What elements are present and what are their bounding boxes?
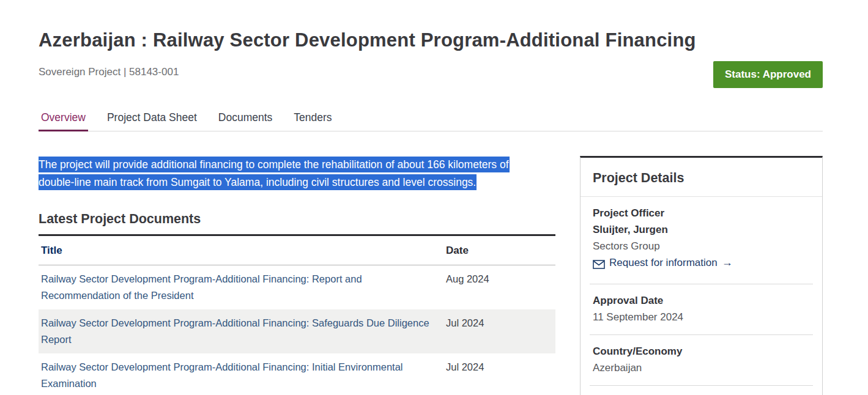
sector-section: Sector Transport xyxy=(590,385,813,395)
selected-text-highlight[interactable]: The project will provide additional fina… xyxy=(39,157,510,190)
country-economy-label: Country/Economy xyxy=(593,343,810,360)
document-link[interactable]: Railway Sector Development Program-Addit… xyxy=(41,273,362,301)
table-row: Railway Sector Development Program-Addit… xyxy=(39,309,555,353)
project-officer-group: Sectors Group xyxy=(593,238,810,254)
document-date: Aug 2024 xyxy=(443,265,555,310)
tab-documents[interactable]: Documents xyxy=(216,108,275,131)
main-column: The project will provide additional fina… xyxy=(39,156,555,395)
project-subtitle: Sovereign Project | 58143-001 xyxy=(39,66,179,78)
project-details-body: Project Officer Sluijter, Jurgen Sectors… xyxy=(581,197,822,395)
table-header-row: Title Date xyxy=(39,235,555,265)
status-badge: Status: Approved xyxy=(713,61,823,88)
project-officer-name: Sluijter, Jurgen xyxy=(593,221,810,238)
content-area: The project will provide additional fina… xyxy=(39,156,823,395)
country-economy-section: Country/Economy Azerbaijan xyxy=(590,334,813,385)
country-economy-value: Azerbaijan xyxy=(593,360,810,376)
project-description: The project will provide additional fina… xyxy=(39,156,540,191)
document-date: Jul 2024 xyxy=(443,353,555,395)
column-header-date[interactable]: Date xyxy=(443,235,555,265)
document-link[interactable]: Railway Sector Development Program-Addit… xyxy=(41,317,429,345)
project-page: Azerbaijan : Railway Sector Development … xyxy=(0,29,868,395)
approval-date-section: Approval Date 11 September 2024 xyxy=(590,284,813,334)
tab-overview[interactable]: Overview xyxy=(39,108,88,131)
tab-project-data-sheet[interactable]: Project Data Sheet xyxy=(105,108,199,131)
subtitle-row: Sovereign Project | 58143-001 Status: Ap… xyxy=(39,61,823,89)
document-date: Jul 2024 xyxy=(443,309,555,353)
project-details-card: Project Details Project Officer Sluijter… xyxy=(580,156,823,395)
table-row: Railway Sector Development Program-Addit… xyxy=(39,265,555,310)
document-link[interactable]: Railway Sector Development Program-Addit… xyxy=(41,361,403,389)
approval-date-label: Approval Date xyxy=(593,292,810,309)
tab-tenders[interactable]: Tenders xyxy=(291,108,334,131)
request-for-information-link[interactable]: Request for information → xyxy=(593,254,733,271)
project-officer-section: Project Officer Sluijter, Jurgen Sectors… xyxy=(590,197,813,284)
table-row: Railway Sector Development Program-Addit… xyxy=(39,353,555,395)
page-title: Azerbaijan : Railway Sector Development … xyxy=(39,29,823,51)
sidebar: Project Details Project Officer Sluijter… xyxy=(580,156,823,395)
column-header-title[interactable]: Title xyxy=(39,235,443,265)
request-link-label: Request for information xyxy=(609,254,718,271)
approval-date-value: 11 September 2024 xyxy=(593,309,810,325)
project-officer-label: Project Officer xyxy=(593,205,810,221)
envelope-icon xyxy=(593,258,605,268)
project-details-heading: Project Details xyxy=(581,158,822,197)
tab-bar: Overview Project Data Sheet Documents Te… xyxy=(39,108,823,131)
arrow-right-icon: → xyxy=(722,254,733,271)
latest-documents-heading: Latest Project Documents xyxy=(39,212,555,227)
documents-table: Title Date Railway Sector Development Pr… xyxy=(39,234,555,395)
